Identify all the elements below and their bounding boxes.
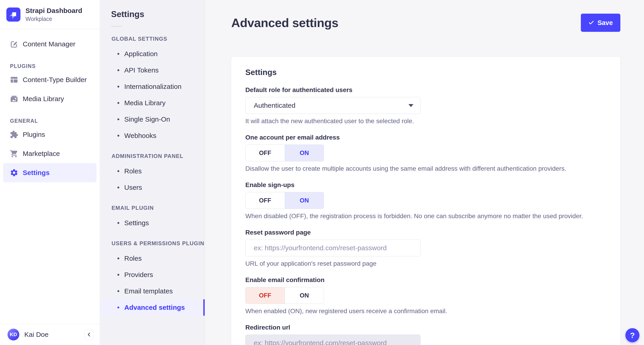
sidebar-item-label: Content-Type Builder xyxy=(23,76,87,84)
field-label: Reset password page xyxy=(245,229,606,236)
bullet-icon xyxy=(118,222,119,224)
bullet-icon xyxy=(118,170,119,172)
field-enable-sign-ups: Enable sign-ups OFF ON When disabled (OF… xyxy=(245,181,606,220)
toggle-on-option[interactable]: ON xyxy=(285,192,324,209)
subnav-item-application[interactable]: Application xyxy=(100,46,205,62)
subnav-item-internationalization[interactable]: Internationalization xyxy=(100,78,205,95)
strapi-admin: Strapi Dashboard Workplace Content Manag… xyxy=(0,0,644,345)
user-bar: KD Kai Doe xyxy=(0,324,100,345)
subnav-section-header: GLOBAL SETTINGS xyxy=(100,36,205,42)
field-label: Enable email confirmation xyxy=(245,276,606,284)
save-button-label: Save xyxy=(598,19,613,27)
subnav-section-global: GLOBAL SETTINGS Application API Tokens I… xyxy=(100,36,205,144)
subnav-section-header: ADMINISTRATION PANEL xyxy=(100,153,205,159)
toggle-off-option[interactable]: OFF xyxy=(246,287,285,304)
subnav-title: Settings xyxy=(100,0,205,19)
card-title: Settings xyxy=(245,68,606,77)
subnav-item-admin-roles[interactable]: Roles xyxy=(100,163,205,179)
sidebar-item-marketplace[interactable]: Marketplace xyxy=(0,144,100,163)
brand-text: Strapi Dashboard Workplace xyxy=(26,6,82,23)
field-hint: When disabled (OFF), the registration pr… xyxy=(245,212,606,220)
toggle-off-option[interactable]: OFF xyxy=(246,192,285,209)
reset-password-input[interactable] xyxy=(245,239,420,256)
field-one-account-per-email: One account per email address OFF ON Dis… xyxy=(245,134,606,172)
subnav-item-up-email-templates[interactable]: Email templates xyxy=(100,283,205,299)
subnav-item-admin-users[interactable]: Users xyxy=(100,179,205,196)
main-content: Advanced settings Save Settings Default … xyxy=(205,0,644,345)
bullet-icon xyxy=(118,290,119,292)
redirection-url-input xyxy=(245,334,420,345)
settings-card: Settings Default role for authenticated … xyxy=(231,57,620,345)
sidebar-item-content-manager[interactable]: Content Manager xyxy=(0,35,100,54)
one-account-toggle: OFF ON xyxy=(245,145,324,161)
sidebar-section-plugins: PLUGINS xyxy=(10,63,100,69)
field-redirection-url: Redirection url xyxy=(245,324,606,345)
sign-ups-toggle: OFF ON xyxy=(245,192,324,209)
bullet-icon xyxy=(118,135,119,137)
sidebar-item-label: Settings xyxy=(23,169,50,177)
field-default-role: Default role for authenticated users Aut… xyxy=(245,86,606,125)
subnav-section-email-plugin: EMAIL PLUGIN Settings xyxy=(100,205,205,231)
sidebar-item-media-library[interactable]: Media Library xyxy=(0,89,100,108)
chevron-left-icon xyxy=(87,332,91,337)
select-value: Authenticated xyxy=(254,102,295,109)
subnav-section-header: USERS & PERMISSIONS PLUGIN xyxy=(100,240,205,247)
subnav-item-up-roles[interactable]: Roles xyxy=(100,250,205,267)
avatar[interactable]: KD xyxy=(8,329,19,340)
toggle-off-option[interactable]: OFF xyxy=(246,145,285,161)
subnav-item-up-advanced-settings[interactable]: Advanced settings xyxy=(100,299,205,316)
sidebar-items: Content Manager PLUGINS Content-Type Bui… xyxy=(0,29,100,182)
bullet-icon xyxy=(118,102,119,104)
settings-subnav: Settings GLOBAL SETTINGS Application API… xyxy=(100,0,205,345)
bullet-icon xyxy=(118,274,119,276)
brand-block[interactable]: Strapi Dashboard Workplace xyxy=(0,0,100,29)
email-confirmation-toggle: OFF ON xyxy=(245,287,324,304)
app-title: Strapi Dashboard xyxy=(26,6,82,15)
user-name: Kai Doe xyxy=(24,331,48,338)
content-type-builder-icon xyxy=(10,75,19,84)
bullet-icon xyxy=(118,118,119,120)
help-button[interactable]: ? xyxy=(625,328,640,342)
subnav-divider xyxy=(111,26,122,27)
field-label: Redirection url xyxy=(245,324,606,331)
bullet-icon xyxy=(118,86,119,88)
field-label: One account per email address xyxy=(245,134,606,141)
subnav-item-single-sign-on[interactable]: Single Sign-On xyxy=(100,111,205,128)
toggle-on-option[interactable]: ON xyxy=(285,287,324,304)
default-role-select[interactable]: Authenticated xyxy=(245,97,420,114)
sidebar-collapse-button[interactable] xyxy=(85,329,93,340)
field-label: Default role for authenticated users xyxy=(245,86,606,94)
sidebar-item-plugins[interactable]: Plugins xyxy=(0,125,100,144)
sidebar-section-general: GENERAL xyxy=(10,118,100,124)
sidebar-item-label: Media Library xyxy=(23,95,64,103)
bullet-icon xyxy=(118,306,119,308)
field-hint: Disallow the user to create multiple acc… xyxy=(245,165,606,172)
workspace-name: Workplace xyxy=(26,16,82,23)
field-label: Enable sign-ups xyxy=(245,181,606,189)
page-header: Advanced settings Save xyxy=(205,0,644,32)
subnav-section-users-permissions: USERS & PERMISSIONS PLUGIN Roles Provide… xyxy=(100,240,205,316)
bullet-icon xyxy=(118,53,119,55)
subnav-item-webhooks[interactable]: Webhooks xyxy=(100,128,205,144)
subnav-section-header: EMAIL PLUGIN xyxy=(100,205,205,211)
subnav-item-media-library[interactable]: Media Library xyxy=(100,95,205,111)
subnav-section-admin-panel: ADMINISTRATION PANEL Roles Users xyxy=(100,153,205,196)
strapi-logo xyxy=(6,8,20,22)
page-title: Advanced settings xyxy=(231,16,338,30)
toggle-on-option[interactable]: ON xyxy=(285,145,324,161)
subnav-item-api-tokens[interactable]: API Tokens xyxy=(100,62,205,78)
field-reset-password-page: Reset password page URL of your applicat… xyxy=(245,229,606,267)
subnav-item-up-providers[interactable]: Providers xyxy=(100,267,205,283)
sidebar-item-settings[interactable]: Settings xyxy=(3,163,96,182)
field-enable-email-confirmation: Enable email confirmation OFF ON When en… xyxy=(245,276,606,315)
save-button[interactable]: Save xyxy=(581,14,620,32)
bullet-icon xyxy=(118,69,119,71)
subnav-item-email-settings[interactable]: Settings xyxy=(100,215,205,231)
sidebar-item-label: Marketplace xyxy=(23,150,60,158)
content-manager-icon xyxy=(10,40,19,49)
main-sidebar: Strapi Dashboard Workplace Content Manag… xyxy=(0,0,100,345)
bullet-icon xyxy=(118,187,119,188)
question-mark-icon: ? xyxy=(630,331,635,340)
caret-down-icon xyxy=(408,104,414,107)
sidebar-item-content-type-builder[interactable]: Content-Type Builder xyxy=(0,70,100,89)
